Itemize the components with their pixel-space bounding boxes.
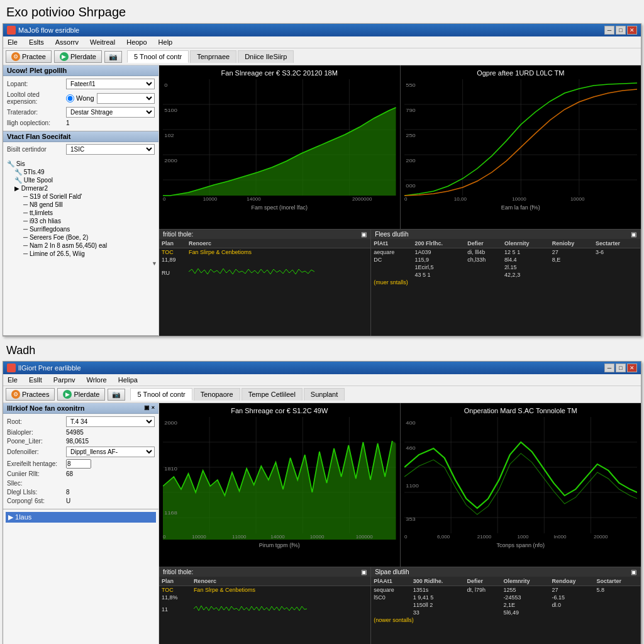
menu-assorrv-1[interactable]: Assorrv — [53, 38, 80, 47]
plerdate-icon-2: ▶ — [63, 390, 72, 399]
tree-item-limine[interactable]: ─ Limine of 26.5, Wiig — [6, 250, 156, 258]
chart-1-area: 0 5100 102 2000 0 10000 14000 2000000 Fa… — [163, 79, 396, 202]
window-1: MaJo6 flow esridble ─ □ ✕ Ele Eslts Asso… — [3, 23, 641, 336]
field-label-lopant: Lopant: — [7, 80, 64, 87]
field-select-lopant[interactable]: Fateer/l1 — [66, 79, 155, 89]
radio-wong[interactable] — [66, 94, 74, 103]
close-btn-2[interactable]: ✕ — [627, 364, 637, 372]
tree-item-n8[interactable]: ─ N8 gend 5lll — [6, 201, 156, 209]
menu2-ele[interactable]: Ele — [6, 375, 19, 384]
right-panel-1: Fan Slnreage cer € S3.2C 20120 18M — [159, 65, 641, 336]
tree-item-sereers[interactable]: ─ Sereers Foe (Boe, 2) — [6, 233, 156, 242]
field-row-2-5: Cuniier Rllt: 68 — [7, 470, 155, 477]
svg-text:0: 0 — [163, 197, 166, 202]
tree-item-5tls[interactable]: 🔧 5Tls.49 — [6, 168, 156, 176]
select-dofenoiller[interactable]: Dipptl_llenss AF- — [66, 447, 155, 457]
tree-2-item-0[interactable]: ▶ 1laus — [6, 512, 156, 523]
menu-heopo-1[interactable]: Heopo — [125, 38, 148, 47]
tree-item-drmerar[interactable]: ▶ Drmerar2 — [6, 184, 156, 192]
table-row: 11,8% — [159, 594, 370, 601]
digit-cert-select[interactable]: 1SIC — [66, 144, 155, 155]
svg-text:10000: 10000 — [192, 535, 206, 540]
label-exreifeil: Exreifeilt hentage: — [7, 460, 64, 467]
menu-eslts-1[interactable]: Eslts — [27, 38, 46, 47]
main-content-1: Ucow! Plet gpolllh Lopant: Fateer/l1 Loo… — [3, 65, 641, 336]
svg-text:200: 200 — [406, 158, 416, 164]
tree-view-1: 🔧 Sis 🔧 5Tls.49 🔧 Ulte Spool ▶ Drmerar2 … — [3, 158, 158, 259]
svg-text:2000000: 2000000 — [352, 197, 372, 202]
titlebar-1: MaJo6 flow esridble ─ □ ✕ — [3, 24, 641, 36]
chart-2-title: Ogpre aftee 1URD L0LC TM — [404, 69, 638, 77]
maximize-btn-2[interactable]: □ — [616, 364, 626, 372]
value-cuniier: 68 — [66, 470, 155, 477]
chart-4-right: Onperation Mard S.AC Tonnolole TM — [401, 403, 641, 567]
minimize-btn-1[interactable]: ─ — [604, 26, 614, 35]
chart-3-left: Fan Shrreage cor € S1.2C 49W — [159, 403, 401, 567]
panel-icons-2: ▣ × — [144, 404, 155, 412]
app-icon-2 — [7, 364, 16, 372]
charts-bottom-2: fritiol thole: ▣ Plan Renoerc TOC — [159, 567, 641, 644]
tab-2-2[interactable]: Tempe Cetlileel — [242, 388, 303, 401]
plerdate-btn-2[interactable]: ▶ Plerdate — [57, 388, 105, 401]
practee-btn-1[interactable]: ⚙ Practee — [6, 50, 52, 63]
svg-text:10000: 10000 — [203, 197, 218, 202]
bottom-right-title-2: Slpae dlutlih ▣ — [371, 567, 640, 577]
menu-help-1[interactable]: Help — [157, 38, 175, 47]
input-exreifeil[interactable] — [66, 459, 91, 469]
right-panel-2: Fan Shrreage cor € S1.2C 49W — [159, 403, 641, 644]
toolbar-extra-1[interactable]: 📷 — [104, 51, 122, 63]
menu2-parpnv[interactable]: Parpnv — [52, 375, 77, 384]
tab-1-1[interactable]: Tenprnaee — [190, 50, 236, 63]
tab-2-1[interactable]: Tenopaore — [194, 388, 240, 401]
tab-bar-1: 5 Tnool of contr Tenprnaee Dniice IleSii… — [127, 50, 294, 63]
practee-icon-1: ⚙ — [11, 52, 20, 61]
menu-weitreal-1[interactable]: Weitreal — [88, 38, 117, 47]
tree-item-i93[interactable]: ─ i93 ch hlias — [6, 217, 156, 225]
chart-4-area: 400 460 1100 353 0 6,000 21000 1000 In00… — [404, 417, 638, 540]
bottom-left-2: fritiol thole: ▣ Plan Renoerc TOC — [159, 567, 371, 644]
digit-cert-label: Bisilt certindor — [7, 146, 64, 153]
main-content-2: lllrkiof Noe fan oxonitrn ▣ × Root: T.4 … — [3, 403, 641, 644]
close-btn-1[interactable]: ✕ — [627, 26, 637, 35]
value-poone: 98,0615 — [66, 438, 155, 445]
tab-1-2[interactable]: Dniice IleSiirp — [238, 50, 294, 63]
menu-ele-1[interactable]: Ele — [6, 38, 19, 47]
charts-top-1: Fan Slnreage cer € S3.2C 20120 18M — [159, 65, 641, 229]
tree-item-ttlrnlets[interactable]: ─ tt,lirnlets — [6, 209, 156, 217]
practees-btn-2[interactable]: ⚙ Practees — [6, 388, 55, 401]
tree-item-s19[interactable]: ─ S19 of Soriell Fald' — [6, 192, 156, 201]
svg-text:2000: 2000 — [164, 420, 177, 426]
field-radio-looltol: Wong — [66, 94, 94, 103]
tab-2-0[interactable]: 5 Tnool of contr — [130, 388, 192, 401]
svg-text:353: 353 — [406, 516, 416, 522]
tab-2-3[interactable]: Sunplant — [304, 388, 345, 401]
field-row-2-3: Dofenoiller: Dipptl_llenss AF- — [7, 447, 155, 457]
svg-text:In000: In000 — [553, 535, 566, 540]
toolbar-1: ⚙ Practee ▶ Plerdate 📷 5 Tnool of contr … — [3, 48, 641, 65]
menu2-esllt[interactable]: Esllt — [27, 375, 44, 384]
chart-1-left: Fan Slnreage cer € S3.2C 20120 18M — [159, 65, 401, 229]
tree-item-sis[interactable]: 🔧 Sis — [6, 160, 156, 168]
menu2-wrlore[interactable]: Wrlore — [85, 375, 109, 384]
field-label-looltol: Looltol oted expension: — [7, 91, 64, 105]
tab-1-0[interactable]: 5 Tnool of contr — [127, 50, 189, 63]
table-row: RU — [159, 264, 370, 282]
menu2-helipa[interactable]: Helipa — [116, 375, 140, 384]
tree-item-surrifleg[interactable]: ─ Surriflegdoans — [6, 225, 156, 233]
svg-text:0: 0 — [163, 535, 166, 540]
tree-item-ulte[interactable]: 🔧 Ulte Spool — [6, 176, 156, 184]
svg-text:460: 460 — [406, 445, 416, 451]
value-corpong: U — [66, 497, 155, 504]
select-root[interactable]: T.4 34 — [66, 416, 155, 427]
page-title-1: Exo potivioo Shrpage — [0, 0, 644, 22]
maximize-btn-1[interactable]: □ — [616, 26, 626, 35]
field-select-traterador[interactable]: Destar Shtrage — [66, 107, 155, 118]
table-row: 11 — [159, 601, 370, 618]
minimize-btn-2[interactable]: ─ — [604, 364, 614, 372]
panel-content-1a: Lopant: Fateer/l1 Looltol oted expension… — [3, 76, 158, 131]
bottom-left-table-1: Plan Renoerc TOC Fan Slirpe & Cenbetioms… — [159, 239, 370, 282]
field-select-looltol[interactable] — [97, 93, 155, 104]
toolbar-extra-2[interactable]: 📷 — [108, 389, 125, 401]
tree-item-nam2[interactable]: ─ Nam 2 In 8 asm 56,450) eal — [6, 242, 156, 250]
plerdate-btn-1[interactable]: ▶ Plerdate — [54, 50, 102, 63]
